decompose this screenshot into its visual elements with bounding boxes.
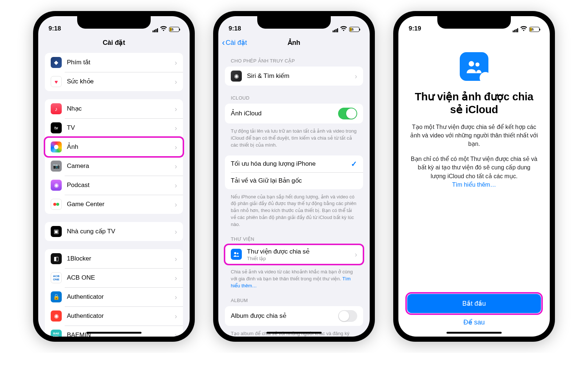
wifi-icon — [160, 26, 167, 32]
app-icon: ◉ — [51, 310, 62, 322]
home-indicator[interactable] — [266, 332, 322, 334]
status-bar: 9:18 15 — [218, 16, 370, 34]
app-icon: ACBONE — [51, 272, 62, 283]
settings-row-camera[interactable]: 📷 Camera › — [45, 157, 183, 176]
settings-row-1blocker[interactable]: ◧ 1Blocker › — [45, 249, 183, 268]
row-optimize[interactable]: Tối ưu hóa dung lượng iPhone ✓ — [225, 155, 363, 172]
settings-row-authenticator-2[interactable]: ◉ Authenticator › — [45, 306, 183, 326]
svg-point-3 — [476, 62, 480, 67]
row-siri-search[interactable]: ◉ Siri & Tìm kiếm › — [225, 67, 363, 86]
cellular-icon — [332, 26, 338, 32]
footer-icloud: Tự động tải lên và lưu trữ an toàn tất c… — [218, 125, 370, 150]
onboarding-heading: Thư viện ảnh được chia sẻ iCloud — [407, 90, 541, 116]
chevron-right-icon: › — [355, 72, 357, 80]
footer-shared: Chia sẻ ảnh và video từ các khoảnh khắc … — [218, 266, 370, 291]
chevron-right-icon: › — [175, 143, 177, 151]
chevron-right-icon: › — [175, 312, 177, 320]
section-header: CHO PHÉP ẢNH TRUY CẬP — [218, 51, 370, 67]
icloud-photos-toggle[interactable] — [338, 108, 357, 119]
chevron-right-icon: › — [355, 250, 357, 259]
battery-icon: 15 — [169, 27, 179, 32]
later-button[interactable]: Để sau — [463, 318, 485, 329]
chevron-right-icon: › — [175, 162, 177, 170]
app-icon: BAEMIN — [51, 330, 62, 337]
shared-albums-toggle[interactable] — [338, 310, 357, 322]
row-shared-albums[interactable]: Album được chia sẻ — [225, 306, 363, 326]
tv-provider-icon: ▣ — [51, 226, 62, 237]
onboarding-paragraph-1: Tạo một Thư viện được chia sẻ để kết hợp… — [407, 123, 541, 148]
cellular-icon — [512, 26, 518, 32]
podcast-icon: ◉ — [51, 180, 62, 191]
home-indicator[interactable] — [86, 332, 141, 334]
svg-point-1 — [237, 253, 239, 255]
chevron-right-icon: › — [175, 124, 177, 132]
footer-optimize: Nếu iPhone của bạn sắp hết dung lượng, ả… — [218, 191, 370, 230]
settings-screen: 9:18 15 Cài đặt ◆ Phím tắt › ♥ Sức khỏe — [38, 16, 190, 337]
siri-icon: ◉ — [231, 71, 242, 82]
settings-row-shortcuts[interactable]: ◆ Phím tắt › — [45, 53, 183, 72]
battery-icon: 15 — [529, 27, 539, 32]
page-title: Cài đặt — [103, 39, 125, 47]
settings-row-authenticator-1[interactable]: 🔒 Authenticator › — [45, 287, 183, 306]
photos-settings-screen: 9:18 15 ‹Cài đặt Ảnh CHO PHÉP ẢNH TRUY C… — [218, 16, 370, 337]
shared-library-onboarding-screen: 9:19 15 Thư viện ảnh được chia sẻ iCloud… — [398, 16, 550, 337]
chevron-right-icon: › — [175, 181, 177, 190]
status-bar: 9:18 15 — [38, 16, 190, 34]
checkmark-icon: ✓ — [351, 159, 357, 168]
chevron-right-icon: › — [175, 200, 177, 209]
chevron-right-icon: › — [175, 293, 177, 301]
app-icon: ◧ — [51, 253, 62, 264]
chevron-right-icon: › — [175, 78, 177, 86]
gamecenter-icon — [51, 199, 62, 210]
status-bar: 9:19 15 — [398, 16, 550, 34]
shared-library-icon — [231, 249, 242, 260]
back-button[interactable]: ‹Cài đặt — [222, 38, 247, 47]
settings-row-podcast[interactable]: ◉ Podcast › — [45, 176, 183, 195]
settings-row-gamecenter[interactable]: Game Center › — [45, 195, 183, 214]
health-icon: ♥ — [51, 76, 62, 87]
navbar: Cài đặt — [38, 34, 190, 51]
cellular-icon — [152, 26, 158, 32]
phone-frame-1: 9:18 15 Cài đặt ◆ Phím tắt › ♥ Sức khỏe — [33, 11, 195, 342]
settings-row-baemin[interactable]: BAEMIN BAEMIN › — [45, 326, 183, 337]
status-time: 9:18 — [49, 25, 61, 32]
settings-row-music[interactable]: ♪ Nhạc › — [45, 99, 183, 118]
phone-frame-2: 9:18 15 ‹Cài đặt Ảnh CHO PHÉP ẢNH TRUY C… — [213, 11, 375, 342]
status-time: 9:18 — [229, 25, 241, 32]
row-download-originals[interactable]: Tải về và Giữ lại Bản gốc — [225, 172, 363, 189]
chevron-right-icon: › — [175, 255, 177, 263]
phone-frame-3: 9:19 15 Thư viện ảnh được chia sẻ iCloud… — [393, 11, 555, 342]
photos-badge-icon — [480, 72, 491, 84]
settings-row-photos[interactable]: Ảnh › — [45, 137, 183, 157]
music-icon: ♪ — [51, 103, 62, 114]
navbar: ‹Cài đặt Ảnh — [218, 34, 370, 51]
tv-icon: tv — [51, 122, 62, 133]
shared-library-hero-icon — [460, 52, 488, 81]
start-button[interactable]: Bắt đầu — [407, 294, 541, 313]
onboarding-paragraph-2: Bạn chỉ có thể có một Thư viện được chia… — [407, 155, 541, 189]
learn-more-link[interactable]: Tìm hiểu thêm… — [452, 182, 496, 188]
settings-row-tv[interactable]: tv TV › — [45, 118, 183, 137]
settings-row-health[interactable]: ♥ Sức khỏe › — [45, 72, 183, 91]
app-icon: 🔒 — [51, 291, 62, 302]
chevron-right-icon: › — [175, 105, 177, 113]
settings-row-acb[interactable]: ACBONE ACB ONE › — [45, 268, 183, 287]
chevron-left-icon: ‹ — [222, 38, 225, 47]
photos-icon — [51, 141, 62, 152]
wifi-icon — [520, 26, 527, 32]
chevron-right-icon: › — [175, 58, 177, 67]
row-shared-library[interactable]: Thư viện được chia sẻ Thiết lập › — [225, 245, 363, 264]
section-header: ICLOUD — [218, 89, 370, 104]
wifi-icon — [340, 26, 347, 32]
page-title: Ảnh — [288, 39, 300, 47]
section-header: THƯ VIỆN — [218, 230, 370, 245]
settings-row-tv-provider[interactable]: ▣ Nhà cung cấp TV › — [45, 222, 183, 241]
chevron-right-icon: › — [175, 331, 177, 337]
shortcuts-icon: ◆ — [51, 57, 62, 68]
svg-point-2 — [469, 61, 474, 67]
chevron-right-icon: › — [175, 274, 177, 282]
row-icloud-photos[interactable]: Ảnh iCloud — [225, 104, 363, 123]
home-indicator[interactable] — [447, 332, 502, 334]
svg-point-0 — [234, 252, 236, 254]
battery-icon: 15 — [349, 27, 359, 32]
